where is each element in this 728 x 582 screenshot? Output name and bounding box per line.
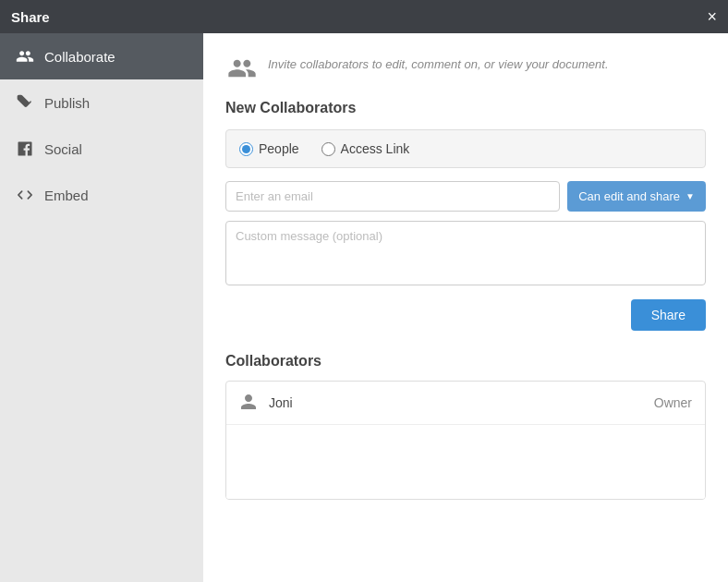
permission-label: Can edit and share xyxy=(578,189,680,203)
facebook-icon xyxy=(15,139,35,159)
collaborator-name: Joni xyxy=(269,395,645,410)
empty-collaborators-area xyxy=(226,425,705,499)
close-button[interactable]: × xyxy=(707,8,717,25)
message-textarea[interactable] xyxy=(225,221,706,285)
chevron-down-icon: ▼ xyxy=(686,191,695,201)
embed-label: Embed xyxy=(44,188,89,203)
content-area: Invite collaborators to edit, comment on… xyxy=(203,33,728,582)
collaborators-table: Joni Owner xyxy=(225,381,706,500)
email-row: Can edit and share ▼ xyxy=(225,181,706,212)
sidebar-item-social[interactable]: Social xyxy=(0,126,203,172)
collaborators-title: Collaborators xyxy=(225,353,706,370)
tabs-container: People Access Link xyxy=(225,129,706,168)
table-row: Joni Owner xyxy=(226,382,705,425)
share-modal: Share × Collaborate Publish So xyxy=(0,0,728,582)
collaborator-role: Owner xyxy=(654,395,692,410)
publish-label: Publish xyxy=(44,95,90,111)
modal-title: Share xyxy=(11,9,50,25)
sidebar-item-collaborate[interactable]: Collaborate xyxy=(0,33,203,79)
tab-people[interactable]: People xyxy=(239,141,299,156)
section-description: Invite collaborators to edit, comment on… xyxy=(268,52,609,71)
access-link-tab-label: Access Link xyxy=(341,141,410,156)
people-tab-label: People xyxy=(259,141,299,156)
email-input[interactable] xyxy=(225,181,560,212)
collaborate-header-icon xyxy=(225,52,259,85)
access-link-radio[interactable] xyxy=(322,142,335,156)
sidebar-item-publish[interactable]: Publish xyxy=(0,79,203,126)
tag-icon xyxy=(15,92,35,113)
sidebar: Collaborate Publish Social Embed xyxy=(0,33,203,582)
collaborator-avatar-icon xyxy=(239,393,260,413)
section-header: Invite collaborators to edit, comment on… xyxy=(225,52,706,85)
share-btn-row: Share xyxy=(225,299,706,331)
modal-header: Share × xyxy=(0,0,728,33)
modal-body: Collaborate Publish Social Embed xyxy=(0,33,728,582)
embed-icon xyxy=(15,185,35,205)
people-icon xyxy=(15,46,35,67)
social-label: Social xyxy=(44,141,82,157)
collaborate-label: Collaborate xyxy=(44,49,115,65)
permission-button[interactable]: Can edit and share ▼ xyxy=(567,181,706,212)
tab-access-link[interactable]: Access Link xyxy=(322,141,410,156)
share-button[interactable]: Share xyxy=(631,299,706,331)
people-radio[interactable] xyxy=(239,142,253,156)
new-collaborators-title: New Collaborators xyxy=(225,100,706,116)
sidebar-item-embed[interactable]: Embed xyxy=(0,172,203,218)
